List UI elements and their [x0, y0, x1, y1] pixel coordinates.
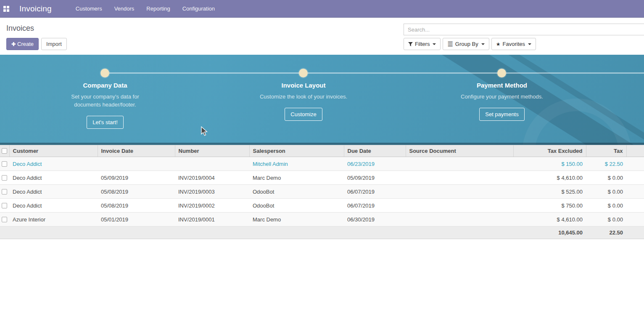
search-input[interactable]	[404, 24, 644, 35]
plus-icon: ✚	[11, 41, 16, 47]
step-title: Payment Method	[403, 82, 601, 89]
filters-dropdown[interactable]: Filters	[404, 38, 441, 50]
cell-due-date: 06/07/2019	[344, 185, 406, 199]
cell-customer: Deco Addict	[9, 185, 98, 199]
nav-item-customers[interactable]: Customers	[76, 0, 102, 17]
totals-row: 10,645.00 22.50	[0, 226, 644, 239]
cell-tax: $ 0.00	[586, 199, 626, 213]
step-title: Company Data	[6, 82, 204, 89]
nav-item-configuration[interactable]: Configuration	[182, 0, 215, 17]
cell-salesperson: Mitchell Admin	[249, 157, 344, 171]
invoices-table: Customer Invoice Date Number Salesperson…	[0, 145, 644, 239]
col-header-customer[interactable]: Customer	[9, 145, 98, 157]
col-header-salesperson[interactable]: Salesperson	[249, 145, 344, 157]
cell-source-document	[406, 185, 513, 199]
favorites-star-icon: ★	[496, 41, 501, 47]
cell-number: INV/2019/0004	[175, 171, 249, 185]
filters-label: Filters	[415, 41, 430, 47]
group-by-dropdown[interactable]: ☰ Group By	[443, 38, 489, 50]
cell-due-date: 06/23/2019	[344, 157, 406, 171]
row-checkbox[interactable]	[2, 203, 7, 208]
cell-tax-excluded: $ 525.00	[513, 185, 586, 199]
cell-salesperson: Marc Demo	[249, 213, 344, 226]
cell-due-date: 06/30/2019	[344, 213, 406, 226]
cell-tax: $ 0.00	[586, 213, 626, 226]
set-payments-button[interactable]: Set payments	[479, 108, 525, 121]
lets-start-button[interactable]: Let's start!	[87, 116, 124, 129]
group-by-bars-icon: ☰	[447, 42, 453, 46]
create-button[interactable]: ✚Create	[6, 38, 39, 50]
col-header-source-document[interactable]: Source Document	[406, 145, 513, 157]
cell-due-date: 06/07/2019	[344, 199, 406, 213]
navbar-menu: Customers Vendors Reporting Configuratio…	[76, 0, 227, 17]
apps-grid-icon[interactable]	[3, 6, 9, 12]
row-checkbox[interactable]	[2, 161, 7, 167]
select-all-cell	[0, 145, 9, 157]
cell-invoice-date: 05/08/2019	[98, 185, 175, 199]
cell-customer: Deco Addict	[9, 199, 98, 213]
create-button-label: Create	[17, 41, 34, 47]
invoice-row[interactable]: Azure Interior 05/01/2019 INV/2019/0001 …	[0, 213, 644, 226]
cell-tax-excluded: $ 750.00	[513, 199, 586, 213]
onboarding-timeline	[105, 72, 644, 74]
cell-customer: Deco Addict	[9, 157, 98, 171]
cell-source-document	[406, 171, 513, 185]
cell-invoice-date: 05/08/2019	[98, 199, 175, 213]
step-dot-payment-method	[497, 69, 506, 77]
cell-tax: $ 0.00	[586, 185, 626, 199]
cell-tax: $ 22.50	[586, 157, 626, 171]
cell-source-document	[406, 199, 513, 213]
row-checkbox[interactable]	[2, 217, 7, 222]
cell-number: INV/2019/0003	[175, 185, 249, 199]
step-dot-company-data	[100, 69, 109, 77]
row-checkbox[interactable]	[2, 175, 7, 181]
action-buttons: ✚Create Import	[6, 38, 67, 50]
invoice-row[interactable]: Deco Addict 05/09/2019 INV/2019/0004 Mar…	[0, 171, 644, 185]
total-tax-excluded: 10,645.00	[513, 226, 586, 239]
cell-source-document	[406, 157, 513, 171]
import-button[interactable]: Import	[41, 38, 67, 50]
onboarding-step-payment-method: Payment Method Configure your payment me…	[403, 82, 601, 121]
col-header-number[interactable]: Number	[175, 145, 249, 157]
onboarding-banner: Company Data Set your company's data for…	[0, 55, 644, 145]
row-checkbox[interactable]	[2, 189, 7, 194]
step-description: Customize the look of your invoices.	[259, 93, 348, 101]
col-header-tax-excluded[interactable]: Tax Excluded	[513, 145, 586, 157]
cell-due-date: 05/09/2019	[344, 171, 406, 185]
col-header-invoice-date[interactable]: Invoice Date	[98, 145, 175, 157]
cell-tax: $ 0.00	[586, 171, 626, 185]
cell-tax-excluded: $ 4,610.00	[513, 213, 586, 226]
onboarding-step-invoice-layout: Invoice Layout Customize the look of you…	[204, 82, 403, 121]
cell-customer: Deco Addict	[9, 171, 98, 185]
onboarding-step-company-data: Company Data Set your company's data for…	[6, 82, 204, 129]
nav-item-vendors[interactable]: Vendors	[114, 0, 135, 17]
cell-number	[175, 157, 249, 171]
col-header-tax[interactable]: Tax	[586, 145, 626, 157]
col-header-due-date[interactable]: Due Date	[344, 145, 406, 157]
caret-down-icon	[481, 43, 485, 45]
page-title: Invoices	[6, 24, 34, 33]
step-title: Invoice Layout	[204, 82, 403, 89]
app-name[interactable]: Invoicing	[19, 4, 52, 13]
nav-item-reporting[interactable]: Reporting	[146, 0, 170, 17]
cell-source-document	[406, 213, 513, 226]
favorites-dropdown[interactable]: ★ Favorites	[491, 38, 536, 50]
caret-down-icon	[528, 43, 531, 45]
cell-invoice-date	[98, 157, 175, 171]
cell-salesperson: Marc Demo	[249, 171, 344, 185]
invoice-row[interactable]: Deco Addict 05/08/2019 INV/2019/0002 Odo…	[0, 199, 644, 213]
step-description: Configure your payment methods.	[457, 93, 546, 101]
select-all-checkbox[interactable]	[2, 148, 7, 154]
top-navbar: Invoicing Customers Vendors Reporting Co…	[0, 0, 644, 18]
customize-button[interactable]: Customize	[285, 108, 322, 121]
step-description: Set your company's data for documents he…	[61, 93, 150, 109]
favorites-label: Favorites	[503, 41, 525, 47]
cell-salesperson: OdooBot	[249, 199, 344, 213]
cell-tax-excluded: $ 4,610.00	[513, 171, 586, 185]
cell-number: INV/2019/0002	[175, 199, 249, 213]
cell-tax-excluded: $ 150.00	[513, 157, 586, 171]
total-tax: 22.50	[586, 226, 626, 239]
invoice-row[interactable]: Deco Addict 05/08/2019 INV/2019/0003 Odo…	[0, 185, 644, 199]
cell-customer: Azure Interior	[9, 213, 98, 226]
invoice-row[interactable]: Deco Addict Mitchell Admin 06/23/2019 $ …	[0, 157, 644, 171]
